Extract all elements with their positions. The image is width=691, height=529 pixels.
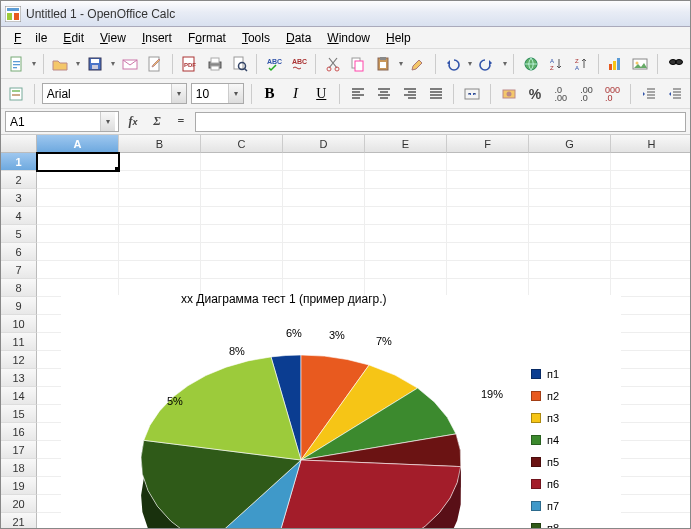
function-wizard-icon[interactable]: fx — [123, 112, 143, 132]
cell[interactable] — [283, 207, 365, 225]
cut-icon[interactable] — [321, 52, 344, 76]
font-name-input[interactable] — [43, 84, 171, 103]
cell[interactable] — [365, 189, 447, 207]
cell[interactable] — [37, 207, 119, 225]
cell[interactable] — [37, 189, 119, 207]
decrease-indent-icon[interactable] — [638, 82, 660, 106]
increase-indent-icon[interactable] — [664, 82, 686, 106]
dropdown-icon[interactable]: ▾ — [30, 59, 38, 68]
currency-icon[interactable] — [498, 82, 520, 106]
cell[interactable] — [611, 225, 691, 243]
cell[interactable] — [201, 189, 283, 207]
cell[interactable] — [119, 171, 201, 189]
equals-icon[interactable]: = — [171, 112, 191, 132]
save-icon[interactable] — [84, 52, 107, 76]
cell[interactable] — [283, 225, 365, 243]
cell[interactable] — [365, 225, 447, 243]
cell[interactable] — [447, 261, 529, 279]
cell[interactable] — [119, 225, 201, 243]
cell[interactable] — [119, 261, 201, 279]
cell[interactable] — [611, 261, 691, 279]
styles-icon[interactable] — [5, 82, 27, 106]
cell[interactable] — [283, 189, 365, 207]
cell[interactable] — [119, 189, 201, 207]
cell[interactable] — [119, 153, 201, 171]
row-header[interactable]: 9 — [1, 297, 37, 315]
cell[interactable] — [611, 459, 691, 477]
column-header[interactable]: A — [37, 135, 119, 153]
row-header[interactable]: 14 — [1, 387, 37, 405]
sort-desc-icon[interactable]: ZA — [570, 52, 593, 76]
cell-reference-input[interactable] — [6, 112, 100, 131]
align-justify-icon[interactable] — [425, 82, 447, 106]
row-header[interactable]: 3 — [1, 189, 37, 207]
sum-icon[interactable]: Σ — [147, 112, 167, 132]
row-header[interactable]: 15 — [1, 405, 37, 423]
dropdown-icon[interactable]: ▾ — [466, 59, 474, 68]
cell[interactable] — [201, 207, 283, 225]
sort-asc-icon[interactable]: AZ — [545, 52, 568, 76]
row-header[interactable]: 18 — [1, 459, 37, 477]
formula-input[interactable] — [195, 112, 686, 132]
row-header[interactable]: 4 — [1, 207, 37, 225]
preview-icon[interactable] — [228, 52, 251, 76]
edit-icon[interactable] — [144, 52, 167, 76]
cell[interactable] — [611, 243, 691, 261]
row-header[interactable]: 6 — [1, 243, 37, 261]
cell[interactable] — [37, 261, 119, 279]
cell[interactable] — [37, 171, 119, 189]
open-icon[interactable] — [49, 52, 72, 76]
cell[interactable] — [447, 225, 529, 243]
chevron-down-icon[interactable]: ▾ — [171, 84, 186, 103]
cell[interactable] — [611, 171, 691, 189]
row-header[interactable]: 17 — [1, 441, 37, 459]
paintbrush-icon[interactable] — [407, 52, 430, 76]
cell[interactable] — [611, 477, 691, 495]
cell[interactable] — [365, 207, 447, 225]
cell[interactable] — [283, 153, 365, 171]
cell[interactable] — [283, 171, 365, 189]
find-icon[interactable] — [663, 52, 686, 76]
cell[interactable] — [611, 315, 691, 333]
cell[interactable] — [611, 279, 691, 297]
cell[interactable] — [611, 207, 691, 225]
cell[interactable] — [283, 261, 365, 279]
menu-data[interactable]: Data — [279, 29, 318, 47]
column-header[interactable]: E — [365, 135, 447, 153]
name-box[interactable]: ▾ — [5, 111, 119, 132]
column-header[interactable]: C — [201, 135, 283, 153]
cell[interactable] — [611, 189, 691, 207]
pdf-icon[interactable]: PDF — [178, 52, 201, 76]
cell[interactable] — [611, 441, 691, 459]
cell[interactable] — [611, 297, 691, 315]
copy-icon[interactable] — [347, 52, 370, 76]
menu-view[interactable]: View — [93, 29, 133, 47]
column-header[interactable]: D — [283, 135, 365, 153]
cell[interactable] — [611, 513, 691, 529]
cell[interactable] — [201, 153, 283, 171]
number-format-icon[interactable]: 000.0 — [602, 82, 624, 106]
cell[interactable] — [611, 333, 691, 351]
print-icon[interactable] — [203, 52, 226, 76]
row-header[interactable]: 2 — [1, 171, 37, 189]
cell[interactable] — [119, 243, 201, 261]
cell[interactable] — [447, 189, 529, 207]
cell[interactable] — [611, 387, 691, 405]
cell[interactable] — [611, 153, 691, 171]
cell[interactable] — [611, 423, 691, 441]
row-header[interactable]: 13 — [1, 369, 37, 387]
cell[interactable] — [37, 243, 119, 261]
mail-icon[interactable] — [119, 52, 142, 76]
cell[interactable] — [201, 171, 283, 189]
cell[interactable] — [201, 261, 283, 279]
row-header[interactable]: 11 — [1, 333, 37, 351]
row-header[interactable]: 10 — [1, 315, 37, 333]
bold-icon[interactable]: B — [259, 82, 281, 106]
font-name-combo[interactable]: ▾ — [42, 83, 187, 104]
menu-tools[interactable]: Tools — [235, 29, 277, 47]
cell[interactable] — [37, 225, 119, 243]
font-size-combo[interactable]: ▾ — [191, 83, 244, 104]
gallery-icon[interactable] — [629, 52, 652, 76]
redo-icon[interactable] — [476, 52, 499, 76]
cell[interactable] — [447, 153, 529, 171]
